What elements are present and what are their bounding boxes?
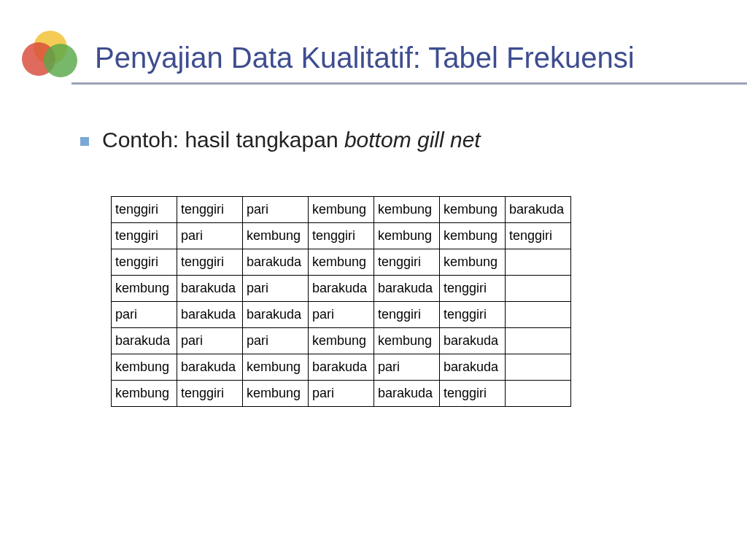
title-divider	[71, 82, 747, 85]
table-row: paribarakudabarakudaparitenggiritenggiri	[112, 302, 571, 328]
table-cell: tenggiri	[506, 223, 571, 249]
table-cell: tenggiri	[309, 223, 374, 249]
table-cell: kembung	[440, 249, 506, 276]
table-cell: barakuda	[440, 328, 506, 354]
table-cell: kembung	[309, 328, 374, 354]
table-cell: pari	[374, 354, 440, 381]
table-cell: barakuda	[440, 354, 506, 381]
table-cell: tenggiri	[440, 276, 506, 302]
slide-logo	[22, 31, 79, 88]
table-cell: tenggiri	[440, 381, 506, 407]
table-cell: kembung	[243, 381, 309, 407]
table-row: kembungbarakudaparibarakudabarakudatengg…	[112, 276, 571, 302]
bullet-prefix: Contoh: hasil tangkapan	[102, 128, 344, 152]
table-cell: kembung	[243, 354, 309, 381]
table-cell: barakuda	[374, 276, 440, 302]
table-cell: pari	[243, 276, 309, 302]
table-cell: tenggiri	[177, 197, 243, 223]
table-cell: barakuda	[506, 197, 571, 223]
table-cell: pari	[243, 197, 309, 223]
table-cell: tenggiri	[112, 197, 177, 223]
table-cell	[506, 354, 571, 381]
table-cell: kembung	[374, 328, 440, 354]
table-cell: barakuda	[243, 249, 309, 276]
table-cell: tenggiri	[112, 223, 177, 249]
table-cell: kembung	[243, 223, 309, 249]
table-cell: kembung	[112, 276, 177, 302]
table-cell	[506, 381, 571, 407]
table-cell	[506, 249, 571, 276]
table-cell: barakuda	[374, 381, 440, 407]
table-cell: kembung	[112, 381, 177, 407]
table-cell: kembung	[440, 223, 506, 249]
table-cell: pari	[177, 328, 243, 354]
bullet-text: Contoh: hasil tangkapan bottom gill net	[102, 128, 481, 152]
table-cell: barakuda	[243, 302, 309, 328]
table-cell	[506, 276, 571, 302]
table-row: tenggiritenggiribarakudakembungtenggirik…	[112, 249, 571, 276]
table-cell: barakuda	[177, 276, 243, 302]
table-cell: tenggiri	[112, 249, 177, 276]
table-cell: tenggiri	[440, 302, 506, 328]
table-cell: tenggiri	[177, 249, 243, 276]
table-cell	[506, 328, 571, 354]
table-cell	[506, 302, 571, 328]
table-cell: pari	[112, 302, 177, 328]
table-cell: barakuda	[309, 276, 374, 302]
table-cell: kembung	[374, 223, 440, 249]
table-cell: kembung	[440, 197, 506, 223]
table-cell: pari	[177, 223, 243, 249]
data-table: tenggiritenggiriparikembungkembungkembun…	[111, 196, 571, 407]
table-row: tenggiritenggiriparikembungkembungkembun…	[112, 197, 571, 223]
table-row: kembungbarakudakembungbarakudaparibaraku…	[112, 354, 571, 381]
table-cell: kembung	[374, 197, 440, 223]
table-cell: barakuda	[177, 354, 243, 381]
bullet-item: Contoh: hasil tangkapan bottom gill net	[80, 128, 703, 152]
bullet-square-icon	[80, 137, 89, 146]
table-cell: kembung	[112, 354, 177, 381]
bullet-italic: bottom gill net	[344, 128, 481, 152]
table-row: tenggiriparikembungtenggirikembungkembun…	[112, 223, 571, 249]
table-cell: kembung	[309, 249, 374, 276]
table-cell: barakuda	[177, 302, 243, 328]
table-cell: barakuda	[112, 328, 177, 354]
logo-circle-green	[44, 44, 77, 77]
table-cell: tenggiri	[374, 249, 440, 276]
table-cell: tenggiri	[177, 381, 243, 407]
table-cell: pari	[309, 381, 374, 407]
table-cell: tenggiri	[374, 302, 440, 328]
slide-title: Penyajian Data Kualitatif: Tabel Frekuen…	[95, 40, 718, 75]
table-cell: kembung	[309, 197, 374, 223]
table-row: barakudapariparikembungkembungbarakuda	[112, 328, 571, 354]
table-cell: pari	[309, 302, 374, 328]
table-cell: pari	[243, 328, 309, 354]
table-row: kembungtenggirikembungparibarakudatenggi…	[112, 381, 571, 407]
table-cell: barakuda	[309, 354, 374, 381]
